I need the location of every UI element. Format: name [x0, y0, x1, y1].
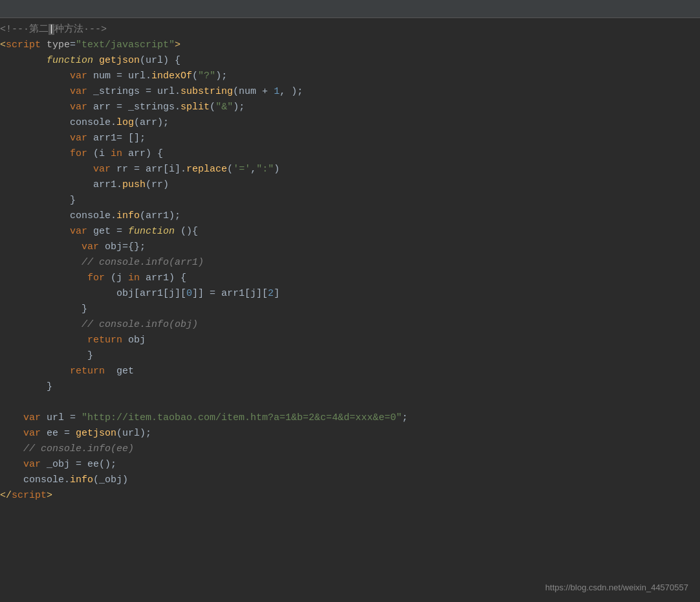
code-line: </script>: [0, 488, 700, 504]
code-line: var obj={};: [0, 240, 700, 255]
code-line: arr1.push(rr): [0, 177, 700, 193]
header-bar: [0, 0, 700, 18]
code-line: // console.info(ee): [0, 441, 700, 457]
code-line: var url = "http://item.taobao.com/item.h…: [0, 410, 700, 426]
code-line: // console.info(arr1): [0, 255, 700, 271]
code-line: var _obj = ee();: [0, 457, 700, 473]
code-line: console.log(arr);: [0, 115, 700, 131]
code-line: }: [0, 302, 700, 317]
code-line: return get: [0, 364, 700, 379]
code-line: }: [0, 348, 700, 364]
code-line: var arr1= [];: [0, 131, 700, 146]
code-line: var get = function (){: [0, 224, 700, 240]
code-container: <!--·第二|种方法·--><script type="text/javasc…: [0, 0, 700, 602]
code-line: for (j in arr1) {: [0, 271, 700, 286]
code-line: <!--·第二|种方法·-->: [0, 22, 700, 38]
code-line: var num = url.indexOf("?");: [0, 69, 700, 84]
code-line: var arr = _strings.split("&");: [0, 100, 700, 115]
code-line: console.info(_obj): [0, 473, 700, 488]
code-line: obj[arr1[j][0]] = arr1[j][2]: [0, 286, 700, 302]
code-line: }: [0, 379, 700, 395]
code-line: var rr = arr[i].replace('=',":"): [0, 162, 700, 177]
code-line: <script type="text/javascript">: [0, 38, 700, 53]
code-line: [0, 395, 700, 410]
code-line: var _strings = url.substring(num + 1, );: [0, 84, 700, 100]
code-line: for (i in arr) {: [0, 146, 700, 162]
code-area: <!--·第二|种方法·--><script type="text/javasc…: [0, 18, 700, 507]
code-line: }: [0, 193, 700, 208]
code-line: console.info(arr1);: [0, 208, 700, 224]
code-line: var ee = getjson(url);: [0, 426, 700, 441]
code-line: // console.info(obj): [0, 317, 700, 333]
code-line: return obj: [0, 333, 700, 348]
watermark: https://blog.csdn.net/weixin_44570557: [545, 581, 688, 594]
code-line: function getjson(url) {: [0, 53, 700, 69]
